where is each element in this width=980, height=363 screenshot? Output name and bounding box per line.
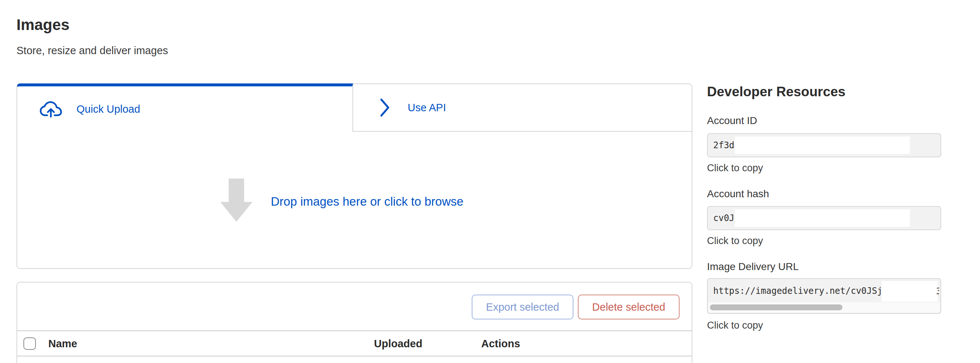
delete-selected-button[interactable]: Delete selected [578,295,679,320]
account-hash-field[interactable]: cv0J [707,206,941,230]
account-hash-value: cv0J [713,213,735,223]
column-header-uploaded: Uploaded [374,338,422,349]
url-overflow-character: 3 [936,286,939,298]
page-title: Images [16,16,70,33]
down-arrow-icon [220,178,253,222]
dropzone-label: Drop images here or click to browse [271,195,463,209]
redaction-overlay [735,209,910,227]
account-id-copy-hint: Click to copy [707,162,763,174]
tab-use-api[interactable]: Use API [353,83,692,132]
scrollbar-thumb[interactable] [710,304,842,310]
tab-quick-upload[interactable]: Quick Upload [16,83,353,132]
column-header-name: Name [48,338,77,349]
image-delivery-url-value: https://imagedelivery.net/cv0JSj [713,286,882,296]
image-delivery-url-label: Image Delivery URL [707,261,799,272]
table-header-row: Name Uploaded Actions [17,331,692,357]
upload-tabs: Quick Upload Use API [16,83,692,132]
export-selected-button[interactable]: Export selected [472,295,573,320]
account-id-label: Account ID [707,115,757,127]
image-list-card: Export selected Delete selected Name Upl… [16,282,692,363]
image-delivery-url-field[interactable]: https://imagedelivery.net/cv0JSj 3 [707,278,941,314]
tab-use-api-label: Use API [408,102,446,114]
cloud-upload-icon [39,100,63,118]
chevron-right-icon [379,98,390,117]
image-delivery-url-copy-hint: Click to copy [707,320,763,331]
tab-quick-upload-label: Quick Upload [76,103,140,115]
image-dropzone[interactable]: Drop images here or click to browse [16,132,692,269]
account-hash-copy-hint: Click to copy [707,235,763,247]
page-subtitle: Store, resize and deliver images [16,45,168,57]
list-toolbar: Export selected Delete selected [17,282,692,331]
developer-resources-title: Developer Resources [707,84,845,100]
horizontal-scrollbar [708,302,940,312]
column-header-actions: Actions [481,338,520,349]
redaction-overlay [735,137,910,154]
developer-resources-panel: Developer Resources Account ID 2f3d Clic… [707,84,941,363]
account-id-field[interactable]: 2f3d [707,133,941,158]
select-all-checkbox[interactable] [24,338,36,350]
account-id-value: 2f3d [713,140,735,150]
redaction-overlay [881,281,938,301]
account-hash-label: Account hash [707,188,769,200]
